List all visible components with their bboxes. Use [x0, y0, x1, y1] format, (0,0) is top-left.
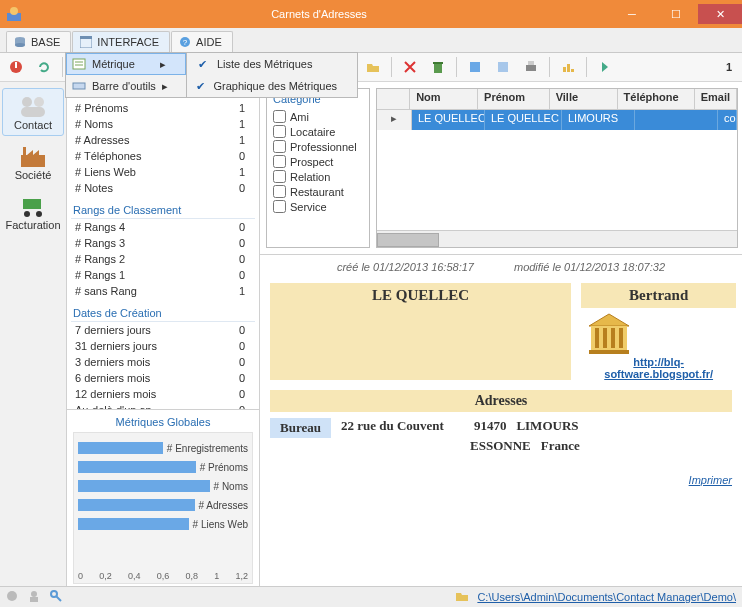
category-checkbox[interactable]	[273, 185, 286, 198]
export-button[interactable]	[463, 55, 487, 79]
contacts-icon	[17, 93, 49, 119]
metric-row: 7 derniers jours0	[71, 322, 255, 338]
chart-button[interactable]	[556, 55, 580, 79]
category-checkbox[interactable]	[273, 140, 286, 153]
svg-rect-18	[470, 62, 480, 72]
nav-facturation[interactable]: Facturation	[2, 188, 64, 236]
print-link[interactable]: Imprimer	[689, 474, 732, 486]
chart-bar: # Liens Web	[78, 516, 248, 532]
col-ville[interactable]: Ville	[550, 89, 618, 109]
svg-rect-28	[21, 155, 45, 167]
svg-rect-29	[23, 147, 26, 155]
print-button[interactable]	[519, 55, 543, 79]
import-button[interactable]	[491, 55, 515, 79]
chart-bar: # Enregistrements	[78, 440, 248, 456]
chart-bar: # Adresses	[78, 497, 248, 513]
delete-red-button[interactable]	[398, 55, 422, 79]
category-item[interactable]: Professionnel	[273, 139, 363, 154]
menu-metrique[interactable]: Métrique▸	[66, 53, 186, 75]
tab-aide[interactable]: ?AIDE	[171, 31, 233, 52]
col-email[interactable]: Email	[695, 89, 737, 109]
power-button[interactable]	[4, 55, 28, 79]
open-button[interactable]	[361, 55, 385, 79]
category-item[interactable]: Relation	[273, 169, 363, 184]
refresh-button[interactable]	[32, 55, 56, 79]
addresses-head: Adresses	[270, 390, 732, 412]
close-button[interactable]: ✕	[698, 4, 742, 24]
category-item[interactable]: Ami	[273, 109, 363, 124]
trash-button[interactable]	[426, 55, 450, 79]
category-box: Catégorie AmiLocataireProfessionnelProsp…	[266, 88, 370, 248]
category-item[interactable]: Service	[273, 199, 363, 214]
category-item[interactable]: Restaurant	[273, 184, 363, 199]
info-icon	[6, 590, 20, 604]
check-icon: ✔	[193, 80, 207, 93]
svg-point-25	[22, 97, 32, 107]
menu-barre[interactable]: Barre d'outils▸	[66, 75, 186, 97]
list-icon	[72, 57, 86, 71]
meta-line: créé le 01/12/2013 16:58:17 modifié le 0…	[260, 255, 742, 279]
svg-rect-41	[30, 597, 38, 602]
svg-line-43	[56, 596, 61, 601]
titlebar: Carnets d'Adresses ─ ☐ ✕	[0, 0, 742, 28]
svg-rect-6	[80, 36, 92, 39]
svg-rect-37	[619, 328, 623, 348]
category-checkbox[interactable]	[273, 125, 286, 138]
key-icon	[50, 590, 64, 604]
modified-label: modifié le 01/12/2013 18:07:32	[514, 261, 665, 273]
addr-country: France	[541, 438, 580, 454]
section-rangs: Rangs de Classement	[71, 200, 255, 219]
category-checkbox[interactable]	[273, 170, 286, 183]
ribbon-tabs: BASE INTERFACE ?AIDE	[0, 28, 742, 53]
minimize-button[interactable]: ─	[610, 4, 654, 24]
maximize-button[interactable]: ☐	[654, 4, 698, 24]
category-checkbox[interactable]	[273, 110, 286, 123]
menu-liste-metriques[interactable]: ✔Liste des Métriques	[187, 53, 357, 75]
metric-row: 3 derniers mois0	[71, 354, 255, 370]
category-item[interactable]: Locataire	[273, 124, 363, 139]
col-nom[interactable]: Nom	[410, 89, 478, 109]
chart-bar: # Noms	[78, 478, 248, 494]
svg-rect-34	[595, 328, 599, 348]
window-icon	[79, 35, 93, 49]
menu-dropdown: Métrique▸ Barre d'outils▸ ✔Liste des Mét…	[65, 52, 358, 98]
category-checkbox[interactable]	[273, 155, 286, 168]
tab-base[interactable]: BASE	[6, 31, 71, 52]
svg-point-32	[36, 211, 42, 217]
detail-nom: LE QUELLEC	[270, 283, 571, 380]
metric-row: # Rangs 20	[71, 251, 255, 267]
statusbar: C:\Users\Admin\Documents\Contact Manager…	[0, 586, 742, 607]
metric-row: # Adresses1	[71, 132, 255, 148]
tab-interface[interactable]: INTERFACE	[72, 31, 170, 52]
metric-row: # Prénoms1	[71, 100, 255, 116]
addr-street: 22 rue du Couvent	[341, 418, 444, 438]
metric-row: Au-delà d'un an0	[71, 402, 255, 409]
detail-prenom: Bertrand	[581, 283, 736, 308]
nav-societe[interactable]: Société	[2, 138, 64, 186]
nav-contact[interactable]: Contact	[2, 88, 64, 136]
metric-row: # sans Rang1	[71, 283, 255, 299]
table-row[interactable]: ▸ LE QUELLEC LE QUELLEC LIMOURS contact@…	[377, 110, 737, 130]
chart-panel: Métriques Globales # Enregistrements# Pr…	[67, 409, 259, 586]
svg-rect-21	[528, 61, 534, 65]
website-link[interactable]: http://blq-software.blogspot.fr/	[604, 356, 713, 380]
addr-region: ESSONNE	[470, 438, 531, 454]
svg-rect-16	[434, 64, 442, 73]
factory-icon	[17, 143, 49, 169]
metric-row: # Rangs 10	[71, 267, 255, 283]
menu-graphique-metriques[interactable]: ✔Graphique des Métriques	[187, 75, 357, 97]
chevron-right-icon: ▸	[160, 58, 166, 71]
chevron-right-icon: ▸	[162, 80, 168, 93]
metric-row: # Notes0	[71, 180, 255, 196]
contacts-grid: Nom Prénom Ville Téléphone Email ▸ LE QU…	[376, 88, 738, 248]
metrics-panel: # Enregistrements1# Prénoms1# Noms1# Adr…	[67, 82, 259, 409]
col-prenom[interactable]: Prénom	[478, 89, 550, 109]
svg-rect-17	[433, 62, 443, 64]
horizontal-scrollbar[interactable]	[377, 230, 737, 247]
status-path[interactable]: C:\Users\Admin\Documents\Contact Manager…	[477, 591, 736, 603]
category-checkbox[interactable]	[273, 200, 286, 213]
category-item[interactable]: Prospect	[273, 154, 363, 169]
col-telephone[interactable]: Téléphone	[618, 89, 695, 109]
next-button[interactable]	[593, 55, 617, 79]
svg-point-4	[15, 43, 25, 47]
